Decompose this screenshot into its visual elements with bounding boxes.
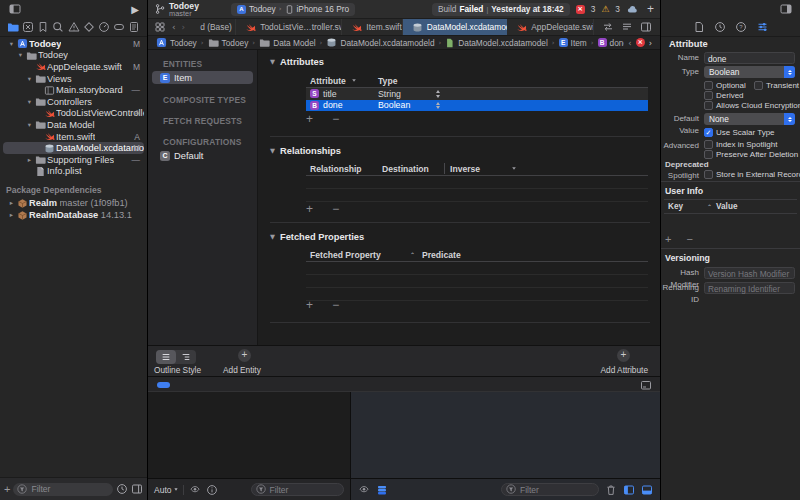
error-badge-icon[interactable]: ×: [576, 5, 585, 14]
attributes-inspector-icon[interactable]: [756, 21, 769, 33]
attributes-section-header[interactable]: ▼Attributes: [270, 57, 324, 67]
editor-tab[interactable]: TodoListVie…troller.swift: [236, 19, 342, 35]
add-attribute-button[interactable]: +: [617, 349, 630, 362]
variables-scope-popup[interactable]: Auto: [154, 485, 178, 495]
attributes-table-header[interactable]: Attribute Type: [306, 74, 648, 88]
code-review-icon[interactable]: [602, 21, 614, 33]
file-tree-row[interactable]: ▸ Supporting Files —: [3, 154, 144, 166]
project-navigator-icon[interactable]: [7, 21, 19, 33]
disclosure-closed-icon[interactable]: ▸: [7, 211, 16, 219]
warning-badge-icon[interactable]: ⚠: [601, 4, 609, 14]
entity-row[interactable]: E Item: [152, 71, 253, 84]
quicklook-icon[interactable]: [358, 485, 370, 495]
project-status[interactable]: Todoey master: [154, 2, 199, 17]
editor-tab[interactable]: DataModel.xcdatamodel: [403, 19, 508, 35]
console-output-mode-icon[interactable]: [376, 484, 388, 496]
breadcrumb-item[interactable]: Todoey: [156, 37, 197, 48]
relationship-add-remove-buttons[interactable]: + −: [306, 202, 347, 216]
issues-navigator-icon[interactable]: [68, 21, 80, 33]
variables-view[interactable]: [148, 392, 351, 478]
hide-debug-area-icon[interactable]: [641, 484, 653, 496]
console-filter-input[interactable]: Filter: [501, 483, 599, 496]
console-toggle-icon[interactable]: [640, 379, 652, 391]
breadcrumb-item[interactable]: Todoey: [208, 37, 249, 48]
file-tree-row[interactable]: ▾ Todoey M: [3, 38, 144, 50]
package-row[interactable]: ▸ Realm master (1f09fb1): [3, 197, 144, 209]
forward-button[interactable]: ›: [182, 22, 186, 32]
user-info-table-header[interactable]: Key ⌃ Value: [664, 199, 797, 214]
recent-files-icon[interactable]: [116, 483, 128, 495]
attribute-name-field[interactable]: done: [704, 52, 795, 64]
file-tree-row[interactable]: TodoListViewController.s… A: [3, 108, 144, 120]
issue-indicator-icon[interactable]: ×: [636, 38, 645, 47]
history-inspector-icon[interactable]: [714, 21, 726, 33]
attribute-row[interactable]: S title String: [306, 88, 648, 100]
use-scalar-type-checkbox[interactable]: Use Scalar Type: [704, 128, 775, 137]
scheme-selector[interactable]: A Todoey › iPhone 16 Pro: [231, 3, 355, 16]
source-control-filter-icon[interactable]: [131, 483, 143, 495]
optional-checkbox[interactable]: Optional: [704, 81, 746, 90]
external-record-file-checkbox[interactable]: Store in External Record File: [704, 170, 800, 179]
file-tree-row[interactable]: ▾ Todoey: [3, 50, 144, 62]
debug-navigator-icon[interactable]: [98, 21, 110, 33]
file-tree-row[interactable]: Info.plist: [3, 166, 144, 178]
outline-style-list-icon[interactable]: [156, 350, 176, 364]
breadcrumb-item[interactable]: DataModel.xcdatamodeld: [326, 37, 434, 48]
toggle-inspector-icon[interactable]: [779, 3, 792, 15]
relationships-section-header[interactable]: ▼Relationships: [270, 146, 341, 156]
disclosure-open-icon[interactable]: ▾: [25, 121, 34, 129]
clear-console-icon[interactable]: [605, 484, 617, 496]
file-tree-row[interactable]: Main.storyboard —: [3, 84, 144, 96]
reports-navigator-icon[interactable]: [128, 21, 140, 33]
disclosure-open-icon[interactable]: ▾: [25, 98, 34, 106]
add-file-button[interactable]: +: [4, 484, 10, 494]
previous-issue-button[interactable]: ‹: [628, 38, 631, 48]
navigator-filter-input[interactable]: Filter: [13, 483, 113, 496]
bookmarks-navigator-icon[interactable]: [37, 21, 49, 33]
file-tree-row[interactable]: Item.swift A: [3, 131, 144, 143]
editor-tab[interactable]: AppDelegate.swift: [507, 19, 594, 35]
debug-bar-handle[interactable]: [157, 382, 170, 388]
fetched-property-add-remove-buttons[interactable]: + −: [306, 298, 347, 312]
disclosure-closed-icon[interactable]: ▸: [7, 199, 16, 207]
toggle-navigator-icon[interactable]: [8, 3, 21, 15]
editor-options-icon[interactable]: [640, 21, 652, 33]
help-inspector-icon[interactable]: ?: [735, 21, 747, 33]
activity-status[interactable]: Build Failed | Yesterday at 18:42: [432, 3, 570, 16]
file-inspector-icon[interactable]: [693, 21, 705, 33]
disclosure-open-icon[interactable]: ▾: [16, 51, 25, 59]
index-in-spotlight-checkbox[interactable]: Index in Spotlight: [704, 140, 777, 149]
run-button[interactable]: ▶: [131, 4, 139, 15]
breakpoints-navigator-icon[interactable]: [113, 21, 125, 33]
related-items-icon[interactable]: [154, 21, 166, 33]
find-navigator-icon[interactable]: [52, 21, 64, 33]
add-entity-button[interactable]: +: [238, 349, 251, 362]
tests-navigator-icon[interactable]: [83, 21, 95, 33]
hash-modifier-field[interactable]: Version Hash Modifier: [704, 267, 795, 279]
default-value-popup[interactable]: None: [704, 113, 795, 125]
attribute-type-popup[interactable]: Boolean: [704, 66, 795, 78]
user-info-add-remove-buttons[interactable]: + −: [665, 233, 699, 245]
file-tree-row[interactable]: DataModel.xcdatamodeld M: [3, 142, 144, 154]
source-control-navigator-icon[interactable]: [22, 21, 34, 33]
editor-tab[interactable]: Item.swift: [342, 19, 402, 35]
entity-row[interactable]: C Default: [152, 149, 253, 162]
next-issue-button[interactable]: ›: [649, 38, 652, 48]
console-view[interactable]: [351, 392, 660, 478]
variables-filter-input[interactable]: Filter: [251, 483, 345, 496]
derived-checkbox[interactable]: Derived: [704, 91, 744, 100]
fetched-properties-section-header[interactable]: ▼Fetched Properties: [270, 232, 364, 242]
type-stepper-icon[interactable]: [436, 102, 440, 110]
back-button[interactable]: ‹: [172, 22, 176, 32]
file-tree-row[interactable]: ▾ Views: [3, 73, 144, 85]
breadcrumb-item[interactable]: EItem: [559, 38, 587, 48]
minimap-icon[interactable]: [621, 21, 633, 33]
renaming-id-field[interactable]: Renaming Identifier: [704, 282, 795, 294]
file-tree-row[interactable]: ▾ Data Model: [3, 119, 144, 131]
disclosure-open-icon[interactable]: ▾: [7, 40, 16, 48]
disclosure-open-icon[interactable]: ▾: [25, 75, 34, 83]
cloud-status-icon[interactable]: [626, 4, 639, 15]
file-tree-row[interactable]: AppDelegate.swift M: [3, 61, 144, 73]
outline-style-segmented-control[interactable]: [156, 350, 196, 364]
relationships-table-header[interactable]: Relationship Destination Inverse: [306, 162, 648, 176]
